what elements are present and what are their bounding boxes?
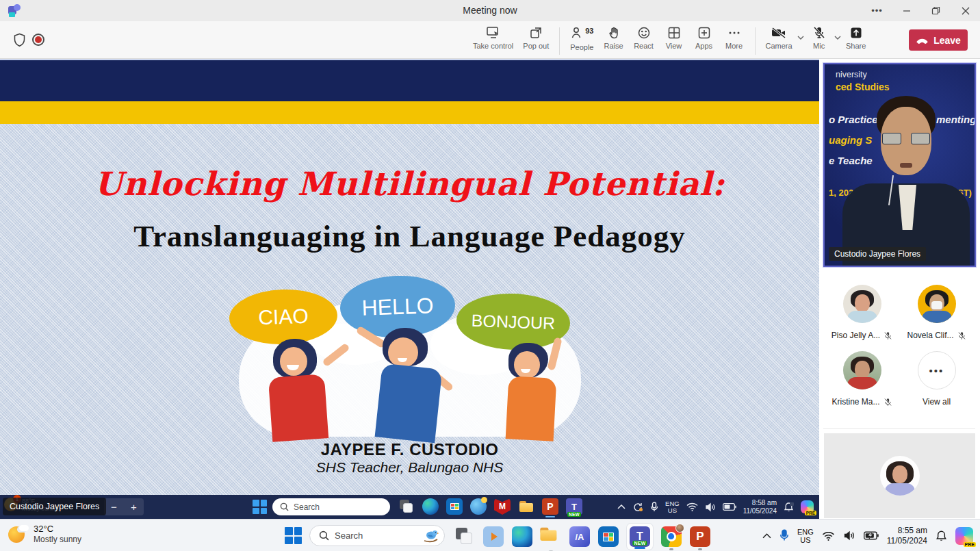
take-control-button[interactable]: Take control xyxy=(468,25,518,51)
sync-icon[interactable] xyxy=(632,502,643,513)
shared-screen-taskbar: 1 88°F Mostly sunny Custodio Jaypee Flor… xyxy=(0,495,819,519)
shared-start-button[interactable] xyxy=(253,500,267,514)
file-explorer-icon[interactable] xyxy=(539,524,563,549)
titlebar: Meeting now ••• xyxy=(0,0,980,21)
mic-button[interactable]: Mic xyxy=(804,25,834,51)
powerpoint-icon[interactable]: P xyxy=(690,526,710,547)
camera-chevron-icon[interactable] xyxy=(797,30,804,42)
mic-off-icon xyxy=(884,331,892,340)
shared-taskview-icon[interactable] xyxy=(398,498,415,515)
avatar xyxy=(918,285,956,323)
movies-tv-icon[interactable] xyxy=(483,526,504,547)
mic-chevron-icon[interactable] xyxy=(834,30,841,42)
participant-tile[interactable]: Kristine Ma... xyxy=(825,351,899,407)
taskbar-search-box[interactable]: Search xyxy=(309,525,445,546)
teams-meeting-window: Meeting now ••• xyxy=(0,0,980,551)
taskbar-clock[interactable]: 8:55 am11/05/2024 xyxy=(887,526,927,546)
battery-charging-icon[interactable] xyxy=(864,531,879,540)
shared-powerpoint-icon[interactable]: P xyxy=(542,498,558,515)
more-button[interactable]: More xyxy=(719,25,749,51)
avatar xyxy=(843,285,881,323)
language-indicator[interactable]: ENGUS xyxy=(797,528,814,544)
react-button[interactable]: React xyxy=(629,25,659,51)
zoom-out-button[interactable]: − xyxy=(111,501,117,513)
presenter-video-person xyxy=(852,96,962,267)
slide-title-script: Unlocking Multilingual Potential: xyxy=(0,165,819,203)
titlebar-more-button[interactable]: ••• xyxy=(862,0,892,21)
copilot-icon[interactable]: PRE xyxy=(955,527,973,545)
illustration-person-orange xyxy=(493,342,576,440)
slash-a-app-icon[interactable]: /A xyxy=(569,526,590,547)
taskview-button[interactable] xyxy=(454,526,475,547)
notification-bell-icon[interactable] xyxy=(936,530,947,542)
panel-divider xyxy=(823,428,975,429)
shared-clock[interactable]: 8:58 am11/05/2024 xyxy=(743,499,777,515)
window-title: Meeting now xyxy=(0,0,980,21)
search-highlight-bird-icon xyxy=(422,528,440,543)
wifi-icon[interactable] xyxy=(686,502,698,511)
presenter-video-tile[interactable]: niversity ced Studies o Practice menting… xyxy=(823,63,976,267)
meeting-side-panel: niversity ced Studies o Practice menting… xyxy=(819,59,980,519)
speaker-icon[interactable] xyxy=(705,502,716,512)
view-all-tile[interactable]: ••• View all xyxy=(899,351,974,407)
leave-button[interactable]: Leave xyxy=(909,29,968,51)
speaker-icon[interactable] xyxy=(843,530,855,541)
people-count: 93 xyxy=(585,27,593,35)
tray-chevron-icon[interactable] xyxy=(762,533,771,539)
view-all-dots: ••• xyxy=(918,351,956,389)
wifi-icon[interactable] xyxy=(822,531,835,541)
participant-tile[interactable]: Piso Jelly A... xyxy=(825,285,899,340)
chrome-icon[interactable] xyxy=(661,526,682,547)
slide-author-name: JAYPEE F. CUSTODIO xyxy=(0,440,819,459)
weather-icon xyxy=(8,525,27,544)
search-icon xyxy=(319,530,329,541)
slide-title-main: Translanguaging in Language Pedagogy xyxy=(0,218,819,254)
share-button[interactable]: Share xyxy=(841,25,871,51)
start-button[interactable] xyxy=(285,527,302,544)
tray-chevron-icon[interactable] xyxy=(617,504,626,509)
meeting-toolbar: Take control Pop out 93 People xyxy=(0,21,980,59)
mic-off-icon xyxy=(884,398,892,407)
self-video-preview[interactable] xyxy=(824,433,975,518)
teams-taskbar-icon[interactable]: T NEW xyxy=(627,524,653,550)
shield-icon[interactable] xyxy=(13,33,26,50)
people-button[interactable]: 93 People xyxy=(565,25,598,53)
pop-out-button[interactable]: Pop out xyxy=(518,25,554,51)
language-indicator[interactable]: ENGUS xyxy=(665,500,680,514)
presentation-slide: Unlocking Multilingual Potential: Transl… xyxy=(0,124,819,495)
raise-hand-button[interactable]: Raise xyxy=(599,25,629,51)
restore-button[interactable] xyxy=(921,0,951,21)
close-button[interactable] xyxy=(951,0,980,21)
self-avatar xyxy=(880,456,920,496)
tray-mic-icon[interactable] xyxy=(650,502,658,513)
shared-file-explorer-icon[interactable] xyxy=(518,498,534,515)
edge-icon[interactable] xyxy=(512,526,532,547)
battery-icon[interactable] xyxy=(723,503,736,511)
notification-bell-icon[interactable] xyxy=(784,502,794,513)
shared-teams-icon[interactable]: T NEW xyxy=(566,498,582,515)
shared-store-icon[interactable] xyxy=(446,498,463,515)
shared-edge-icon[interactable] xyxy=(422,498,439,515)
copilot-icon[interactable]: PRE xyxy=(801,500,814,513)
zoom-controls: − + xyxy=(104,498,144,515)
participant-grid: Piso Jelly A... Novela Clif... xyxy=(825,285,974,407)
tray-mic-icon[interactable] xyxy=(779,529,789,542)
shared-search-box[interactable]: Search xyxy=(272,498,390,515)
camera-button[interactable]: Camera xyxy=(761,25,797,51)
video-name-tag: Custodio Jaypee Flores xyxy=(829,247,926,261)
participant-name: Piso Jelly A... xyxy=(831,331,880,340)
toolbar-divider xyxy=(755,27,756,55)
shared-quiz-app-icon[interactable] xyxy=(470,498,487,515)
participant-tile[interactable]: Novela Clif... xyxy=(899,285,974,340)
apps-button[interactable]: Apps xyxy=(689,25,719,51)
minimize-button[interactable] xyxy=(892,0,921,21)
slide-gold-band xyxy=(0,101,819,124)
view-button[interactable]: View xyxy=(659,25,689,51)
weather-widget[interactable]: 32°C Mostly sunny xyxy=(8,524,81,545)
microsoft-store-icon[interactable] xyxy=(598,526,619,547)
shared-mcafee-icon[interactable]: M xyxy=(494,498,511,515)
zoom-in-button[interactable]: + xyxy=(131,501,137,513)
slide-illustration: CIAO HELLO BONJOUR xyxy=(225,276,595,440)
windows-taskbar: 32°C Mostly sunny Search /A xyxy=(0,519,980,551)
participant-name: Kristine Ma... xyxy=(831,397,879,407)
